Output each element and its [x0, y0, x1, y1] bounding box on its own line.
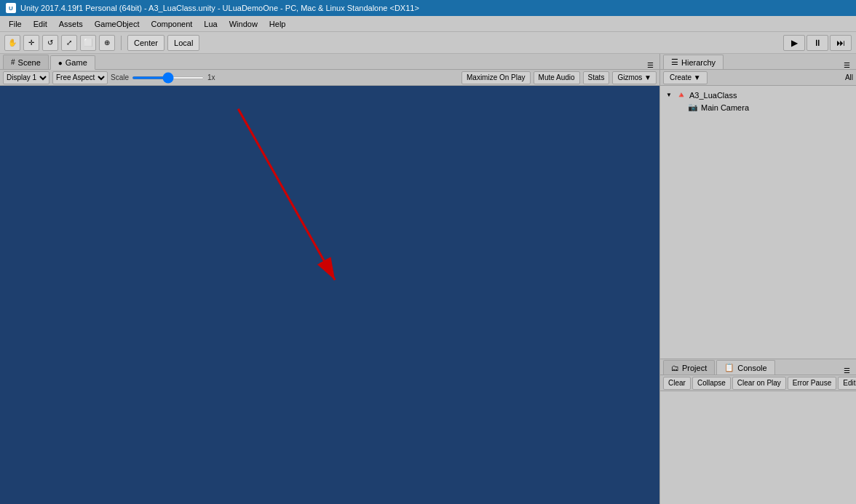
project-tab-icon: 🗂: [671, 364, 679, 372]
project-tab-label: Project: [682, 364, 707, 372]
hierarchy-tab-icon: ☰: [671, 57, 678, 67]
gizmos-button[interactable]: Gizmos ▼: [612, 71, 657, 84]
unity-icon: U: [6, 3, 16, 13]
title-bar: U Unity 2017.4.19f1 Personal (64bit) - A…: [0, 0, 856, 16]
transform-tool-button[interactable]: ⊕: [99, 35, 115, 51]
hierarchy-tab-bar: ☰ Hierarchy ☰: [660, 54, 856, 70]
menu-window[interactable]: Window: [223, 18, 263, 30]
main-layout: # Scene ● Game ☰ Display 1 Free Aspect S…: [0, 54, 856, 504]
annotation-arrow: [0, 86, 659, 504]
menu-file[interactable]: File: [3, 18, 28, 30]
editor-button[interactable]: Editor: [838, 377, 856, 390]
game-tab-label: Game: [66, 58, 87, 67]
console-tab[interactable]: 📋 Console: [716, 360, 774, 375]
bottom-tab-bar: 🗂 Project 📋 Console ☰: [660, 359, 856, 375]
scene-label: A3_LuaClass: [689, 91, 737, 100]
hierarchy-panel: ☰ Hierarchy ☰ Create ▼ All ▼ 🔺 A3_LuaCla: [660, 54, 856, 359]
console-content: [660, 391, 856, 504]
bottom-panel-menu[interactable]: ☰: [844, 367, 850, 375]
clear-on-play-button[interactable]: Clear on Play: [732, 377, 786, 390]
left-panel: # Scene ● Game ☰ Display 1 Free Aspect S…: [0, 54, 659, 504]
menu-help[interactable]: Help: [263, 18, 292, 30]
hierarchy-tab[interactable]: ☰ Hierarchy: [663, 55, 724, 69]
create-button[interactable]: Create ▼: [663, 71, 708, 84]
hierarchy-item-camera[interactable]: 📷 Main Camera: [663, 101, 853, 113]
hierarchy-content: ▼ 🔺 A3_LuaClass 📷 Main Camera: [660, 86, 856, 359]
mute-audio-button[interactable]: Mute Audio: [534, 71, 580, 84]
aspect-select[interactable]: Free Aspect: [52, 71, 108, 84]
stats-button[interactable]: Stats: [583, 71, 610, 84]
move-tool-button[interactable]: ✛: [23, 35, 39, 51]
rect-tool-button[interactable]: ⬜: [80, 35, 96, 51]
view-tab-bar: # Scene ● Game ☰: [0, 54, 659, 70]
right-panel: ☰ Hierarchy ☰ Create ▼ All ▼ 🔺 A3_LuaCla: [659, 54, 856, 504]
console-tab-icon: 📋: [724, 363, 734, 372]
scale-label: Scale: [111, 73, 129, 81]
title-text: Unity 2017.4.19f1 Personal (64bit) - A3_…: [20, 4, 419, 12]
scale-slider[interactable]: [132, 76, 205, 79]
console-toolbar: Clear Collapse Clear on Play Error Pause…: [660, 375, 856, 391]
hierarchy-item-scene[interactable]: ▼ 🔺 A3_LuaClass: [663, 89, 853, 101]
project-tab[interactable]: 🗂 Project: [663, 360, 715, 375]
scale-tool-button[interactable]: ⤢: [61, 35, 77, 51]
local-global-toggle[interactable]: Local: [167, 35, 199, 51]
play-button[interactable]: ▶: [783, 35, 805, 51]
center-label: Center: [134, 39, 158, 47]
clear-button[interactable]: Clear: [663, 377, 691, 390]
local-label: Local: [174, 39, 193, 47]
camera-label: Main Camera: [701, 103, 749, 112]
game-tab[interactable]: ● Game: [50, 55, 95, 70]
game-toolbar: Display 1 Free Aspect Scale 1x Maximize …: [0, 70, 659, 86]
menu-lua[interactable]: Lua: [198, 18, 223, 30]
game-tab-icon: ●: [58, 59, 63, 67]
console-tab-label: Console: [737, 364, 766, 372]
expand-icon: ▼: [666, 92, 673, 98]
center-pivot-toggle[interactable]: Center: [127, 35, 165, 51]
panel-menu-icon[interactable]: ☰: [647, 61, 654, 69]
pause-button[interactable]: ⏸: [807, 35, 828, 51]
menu-assets[interactable]: Assets: [53, 18, 89, 30]
scene-tab-label: Scene: [18, 58, 41, 67]
scene-icon: 🔺: [676, 90, 686, 100]
display-select[interactable]: Display 1: [3, 71, 49, 84]
hierarchy-toolbar: Create ▼ All: [660, 70, 856, 86]
play-controls: ▶ ⏸ ⏭: [783, 35, 852, 51]
svg-line-1: [238, 109, 335, 280]
collapse-button[interactable]: Collapse: [692, 377, 731, 390]
main-toolbar: ✋ ✛ ↺ ⤢ ⬜ ⊕ Center Local ▶ ⏸ ⏭: [0, 32, 856, 54]
all-label[interactable]: All: [845, 73, 853, 81]
menu-gameobject[interactable]: GameObject: [89, 18, 146, 30]
step-button[interactable]: ⏭: [830, 35, 852, 51]
camera-icon: 📷: [688, 103, 698, 112]
scene-tab[interactable]: # Scene: [3, 55, 49, 69]
error-pause-button[interactable]: Error Pause: [788, 377, 836, 390]
hierarchy-tab-label: Hierarchy: [681, 58, 716, 67]
menu-component[interactable]: Component: [145, 18, 198, 30]
game-viewport: [0, 86, 659, 504]
bottom-right-panels: 🗂 Project 📋 Console ☰ Clear Collapse Cle…: [660, 359, 856, 504]
scene-tab-icon: #: [11, 58, 15, 66]
hierarchy-panel-menu[interactable]: ☰: [844, 61, 850, 69]
rotate-tool-button[interactable]: ↺: [42, 35, 58, 51]
hand-tool-button[interactable]: ✋: [4, 35, 20, 51]
scale-value: 1x: [207, 73, 215, 81]
menu-edit[interactable]: Edit: [28, 18, 53, 30]
maximize-on-play-button[interactable]: Maximize On Play: [461, 71, 531, 84]
toolbar-separator-1: [121, 36, 122, 50]
menu-bar: File Edit Assets GameObject Component Lu…: [0, 16, 856, 32]
